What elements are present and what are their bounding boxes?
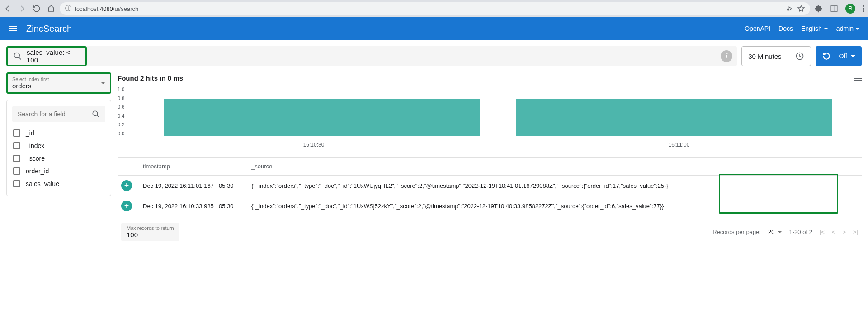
chevron-down-icon	[101, 82, 105, 84]
cell-timestamp: Dec 19, 2022 16:10:33.985 +05:30	[143, 203, 251, 210]
nav-buttons	[4, 5, 55, 13]
results-summary: Found 2 hits in 0 ms	[118, 74, 183, 82]
svg-point-4	[863, 10, 864, 12]
search-icon	[92, 110, 100, 118]
search-bg	[6, 46, 737, 66]
field-label: _id	[26, 129, 34, 137]
next-page-icon[interactable]: >	[842, 229, 846, 235]
field-item[interactable]: sales_value	[12, 177, 105, 190]
index-select-value: orders	[12, 82, 49, 90]
refresh-toggle-label: Off	[839, 53, 847, 60]
first-page-icon[interactable]: |<	[820, 229, 825, 235]
field-item[interactable]: _score	[12, 152, 105, 165]
field-label: order_id	[26, 167, 49, 175]
checkbox[interactable]	[13, 142, 20, 149]
col-timestamp[interactable]: timestamp	[143, 163, 251, 170]
expand-button[interactable]: +	[121, 180, 132, 191]
table-footer: Max records to return 100 Records per pa…	[118, 216, 862, 248]
rpp-label: Records per page:	[712, 229, 761, 235]
nav-language[interactable]: English	[801, 25, 828, 32]
index-select[interactable]: Select Index first orders	[6, 72, 111, 94]
reload-icon[interactable]	[33, 5, 41, 13]
max-records-label: Max records to return	[127, 225, 174, 231]
y-tick: 1.0	[118, 86, 124, 92]
field-search-input[interactable]: Search for a field	[12, 106, 105, 122]
max-records-value: 100	[127, 231, 174, 239]
table-body: + Dec 19, 2022 16:11:01.167 +05:30 {"_in…	[118, 176, 862, 216]
extensions-icon[interactable]	[815, 5, 823, 13]
nav-openapi[interactable]: OpenAPI	[745, 25, 770, 32]
search-query: sales_value: < 100	[27, 48, 80, 64]
time-range-label: 30 Minutes	[748, 53, 781, 60]
main-content: Found 2 hits in 0 ms 1.0 0.8 0.6 0.4 0.2…	[118, 72, 862, 248]
histogram-chart: 1.0 0.8 0.6 0.4 0.2 0.0	[118, 86, 862, 136]
y-tick: 0.4	[118, 113, 124, 119]
forward-icon[interactable]	[18, 5, 26, 13]
field-search-placeholder: Search for a field	[18, 110, 66, 118]
prev-page-icon[interactable]: <	[832, 229, 835, 235]
site-info-icon[interactable]: ⓘ	[65, 5, 71, 13]
x-tick: 16:11:00	[496, 142, 862, 148]
search-input[interactable]: sales_value: < 100	[6, 46, 87, 66]
max-records-input[interactable]: Max records to return 100	[121, 223, 179, 241]
app-header: ZincSearch OpenAPI Docs English admin	[0, 17, 868, 40]
table-row: + Dec 19, 2022 16:10:33.985 +05:30 {"_in…	[118, 196, 862, 216]
checkbox[interactable]	[13, 167, 20, 175]
checkbox[interactable]	[13, 129, 20, 137]
refresh-button[interactable]: Off	[816, 46, 862, 66]
col-source[interactable]: _source	[251, 163, 858, 170]
chevron-down-icon	[851, 55, 855, 57]
chart-bar[interactable]	[164, 99, 480, 136]
page-range: 1-20 of 2	[789, 229, 812, 235]
profile-avatar[interactable]: R	[845, 4, 855, 14]
field-item[interactable]: _index	[12, 139, 105, 152]
y-tick: 0.0	[118, 131, 124, 136]
last-page-icon[interactable]: >|	[853, 229, 858, 235]
menu-icon[interactable]	[8, 24, 18, 33]
field-label: _index	[26, 142, 44, 149]
panel-icon[interactable]	[830, 5, 838, 13]
chevron-down-icon	[855, 28, 860, 30]
svg-line-6	[19, 57, 21, 60]
kebab-icon[interactable]	[863, 5, 864, 12]
index-select-label: Select Index first	[12, 76, 49, 82]
field-label: _score	[26, 155, 45, 162]
chart-bar[interactable]	[516, 99, 832, 136]
checkbox[interactable]	[13, 155, 20, 162]
chevron-down-icon	[824, 28, 828, 30]
fields-panel: Search for a field _id _index _score ord…	[6, 100, 111, 196]
share-icon[interactable]	[787, 5, 794, 12]
table-header: timestamp _source	[118, 157, 862, 176]
address-bar[interactable]: ⓘ localhost:4080/ui/search	[60, 2, 810, 15]
field-item[interactable]: order_id	[12, 165, 105, 177]
cell-timestamp: Dec 19, 2022 16:11:01.167 +05:30	[143, 182, 251, 189]
back-icon[interactable]	[4, 5, 12, 13]
y-tick: 0.8	[118, 96, 124, 101]
checkbox[interactable]	[13, 180, 20, 187]
refresh-icon	[822, 52, 831, 61]
field-item[interactable]: _id	[12, 127, 105, 139]
nav-user[interactable]: admin	[836, 25, 860, 32]
cell-source: {"_index":"orders","_type":"_doc","_id":…	[251, 203, 858, 210]
info-icon[interactable]: i	[721, 50, 732, 62]
nav-docs[interactable]: Docs	[778, 25, 793, 32]
star-icon[interactable]	[797, 5, 805, 12]
chevron-down-icon	[778, 231, 782, 233]
brand-title[interactable]: ZincSearch	[26, 24, 72, 34]
table-row: + Dec 19, 2022 16:11:01.167 +05:30 {"_in…	[118, 176, 862, 196]
svg-line-9	[97, 115, 99, 117]
results-menu-icon[interactable]	[854, 76, 862, 81]
time-range-picker[interactable]: 30 Minutes	[741, 46, 811, 66]
expand-button[interactable]: +	[121, 201, 132, 211]
home-icon[interactable]	[47, 5, 55, 13]
y-tick: 0.2	[118, 122, 124, 127]
rpp-select[interactable]: 20	[768, 229, 782, 235]
svg-point-2	[863, 5, 864, 7]
search-icon	[13, 52, 22, 61]
chart-bars[interactable]	[127, 86, 862, 136]
svg-point-8	[93, 111, 98, 116]
svg-rect-0	[831, 6, 837, 11]
x-axis: 16:10:30 16:11:00	[131, 142, 862, 148]
clock-icon	[795, 52, 804, 61]
y-axis: 1.0 0.8 0.6 0.4 0.2 0.0	[118, 86, 127, 136]
